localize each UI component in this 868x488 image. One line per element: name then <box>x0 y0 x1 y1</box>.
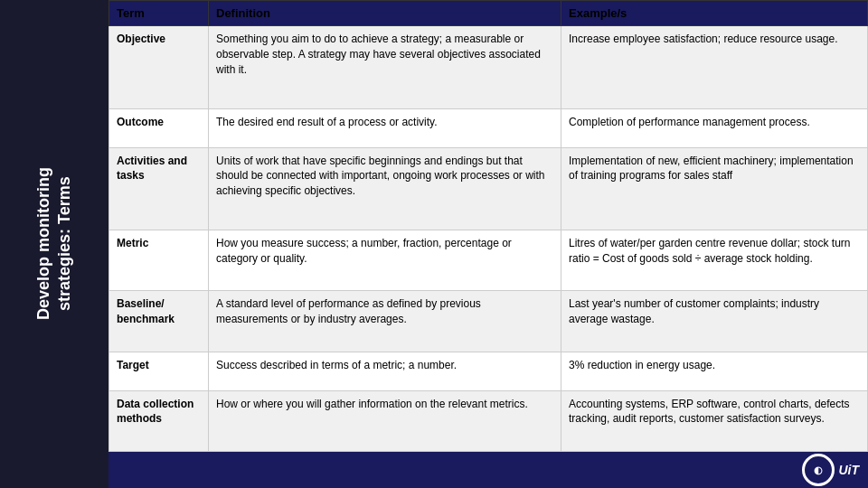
cell-example: Increase employee satisfaction; reduce r… <box>561 26 868 109</box>
col-header-term: Term <box>109 1 209 26</box>
cell-definition: Something you aim to do to achieve a str… <box>209 26 561 109</box>
logo: ◐ UiT <box>802 454 859 486</box>
logo-inner-text: ◐ <box>814 465 823 476</box>
sidebar: Develop monitoringstrategies: Terms <box>0 0 108 488</box>
table-row: Data collection methodsHow or where you … <box>109 390 868 451</box>
main-content: Term Definition Example/s ObjectiveSomet… <box>108 0 868 488</box>
logo-circle: ◐ <box>802 454 835 486</box>
cell-example: Last year's number of customer complaint… <box>561 291 868 352</box>
col-header-definition: Definition <box>209 1 561 26</box>
table-row: ObjectiveSomething you aim to do to achi… <box>109 26 868 109</box>
cell-definition: The desired end result of a process or a… <box>209 108 561 147</box>
cell-definition: How you measure success; a number, fract… <box>209 230 561 291</box>
cell-example: Completion of performance management pro… <box>561 108 868 147</box>
terms-table: Term Definition Example/s ObjectiveSomet… <box>108 0 868 452</box>
footer-bar: ◐ UiT <box>108 452 868 488</box>
logo-uit-text: UiT <box>838 463 859 477</box>
cell-definition: How or where you will gather information… <box>209 390 561 451</box>
cell-example: 3% reduction in energy usage. <box>561 352 868 390</box>
cell-example: Accounting systems, ERP software, contro… <box>561 390 868 451</box>
table-header-row: Term Definition Example/s <box>109 1 868 26</box>
cell-term: Data collection methods <box>109 390 209 451</box>
cell-example: Implementation of new, efficient machine… <box>561 147 868 230</box>
cell-term: Metric <box>109 230 209 291</box>
table-row: Baseline/ benchmarkA standard level of p… <box>109 291 868 352</box>
col-header-example: Example/s <box>561 1 868 26</box>
table-row: TargetSuccess described in terms of a me… <box>109 352 868 390</box>
cell-definition: Units of work that have specific beginni… <box>209 147 561 230</box>
cell-definition: A standard level of performance as defin… <box>209 291 561 352</box>
sidebar-label: Develop monitoringstrategies: Terms <box>33 167 76 320</box>
cell-term: Target <box>109 352 209 390</box>
table-row: MetricHow you measure success; a number,… <box>109 230 868 291</box>
cell-term: Outcome <box>109 108 209 147</box>
cell-term: Activities and tasks <box>109 147 209 230</box>
cell-definition: Success described in terms of a metric; … <box>209 352 561 390</box>
cell-example: Litres of water/per garden centre revenu… <box>561 230 868 291</box>
cell-term: Baseline/ benchmark <box>109 291 209 352</box>
table-row: OutcomeThe desired end result of a proce… <box>109 108 868 147</box>
cell-term: Objective <box>109 26 209 109</box>
table-row: Activities and tasksUnits of work that h… <box>109 147 868 230</box>
